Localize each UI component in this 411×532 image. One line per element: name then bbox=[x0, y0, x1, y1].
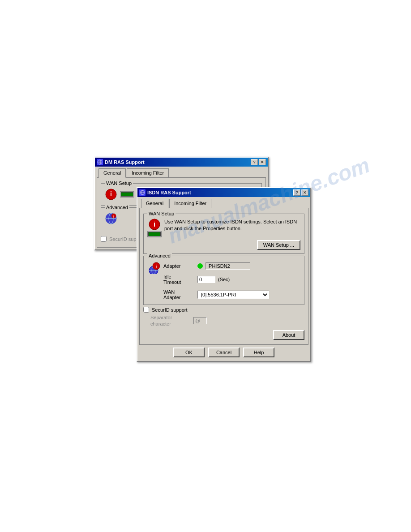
idle-timeout-input[interactable] bbox=[197, 276, 215, 283]
isdn-ras-title-buttons: ? ✕ bbox=[293, 189, 308, 196]
isdn-ras-tab-bar: General Incoming Filter bbox=[139, 199, 308, 208]
wan-adapter-select[interactable]: [0]:5536:1P-PRI bbox=[197, 291, 269, 299]
info-icon-bg: i bbox=[105, 188, 117, 201]
isdn-wan-setup-label: WAN Setup bbox=[147, 211, 176, 216]
isdn-securid-checkbox[interactable] bbox=[143, 307, 149, 313]
bottom-divider bbox=[13, 457, 398, 457]
idle-timeout-label: IdleTimeout bbox=[163, 274, 195, 285]
isdn-ras-content: General Incoming Filter WAN Setup i bbox=[137, 197, 310, 361]
separator-label: Separator character bbox=[150, 314, 191, 327]
adapter-input[interactable] bbox=[206, 262, 250, 270]
isdn-advanced-label: Advanced bbox=[147, 253, 172, 258]
isdn-ras-titlebar[interactable]: ISDN RAS Support ? ✕ bbox=[137, 188, 310, 197]
ok-button[interactable]: OK bbox=[173, 348, 205, 357]
isdn-ras-help-btn[interactable]: ? bbox=[293, 189, 300, 196]
svg-text:i: i bbox=[156, 264, 157, 269]
isdn-wan-setup-group: WAN Setup i bbox=[143, 214, 304, 254]
dm-ras-close-btn[interactable]: ✕ bbox=[259, 159, 266, 165]
idle-timeout-row: IdleTimeout (Sec) bbox=[163, 274, 300, 285]
adapter-row: Adapter bbox=[163, 262, 300, 270]
tab-general-fg[interactable]: General bbox=[141, 199, 168, 208]
svg-text:i: i bbox=[113, 215, 114, 218]
idle-timeout-unit: (Sec) bbox=[218, 277, 230, 282]
separator-input[interactable] bbox=[193, 317, 207, 324]
svg-text:i: i bbox=[110, 190, 112, 197]
isdn-ras-dialog: ISDN RAS Support ? ✕ General Incoming Fi… bbox=[137, 187, 311, 362]
isdn-bottom-buttons: OK Cancel Help bbox=[139, 345, 308, 359]
about-row: About bbox=[143, 329, 304, 341]
svg-rect-23 bbox=[149, 232, 160, 236]
wan-network-icon bbox=[147, 231, 162, 237]
dm-ras-advanced-label: Advanced bbox=[105, 205, 129, 210]
advanced-globe-icon: i bbox=[147, 262, 160, 274]
wan-setup-button[interactable]: WAN Setup ... bbox=[257, 240, 300, 250]
isdn-wan-setup-row: i Use WAN Setup to customize ISDN settin… bbox=[147, 219, 300, 237]
dm-ras-titlebar[interactable]: DM RAS Support ? ✕ bbox=[95, 158, 268, 167]
adapter-status-dot bbox=[197, 263, 203, 269]
dm-ras-help-btn[interactable]: ? bbox=[251, 159, 258, 165]
dm-ras-wan-setup-label: WAN Setup bbox=[105, 180, 133, 186]
isdn-securid-label: SecurID support bbox=[152, 307, 187, 313]
dm-ras-title-text: DM RAS Support bbox=[105, 159, 145, 165]
dm-ras-title-area: DM RAS Support bbox=[97, 159, 145, 165]
svg-text:i: i bbox=[154, 221, 155, 228]
about-button[interactable]: About bbox=[273, 330, 304, 340]
wan-adapter-row: WANAdapter [0]:5536:1P-PRI bbox=[163, 289, 300, 300]
network-icon-bg bbox=[120, 191, 134, 197]
isdn-ras-close-btn[interactable]: ✕ bbox=[301, 189, 308, 196]
wan-adapter-label: WANAdapter bbox=[163, 289, 195, 300]
isdn-ras-icon bbox=[139, 189, 146, 196]
page-background: manualmachine.com DM RAS Support ? ✕ Gen… bbox=[0, 0, 411, 532]
help-button[interactable]: Help bbox=[243, 348, 274, 357]
adapter-label: Adapter bbox=[163, 263, 195, 269]
isdn-advanced-group: Advanced i bbox=[143, 256, 304, 305]
top-divider bbox=[13, 88, 398, 88]
globe-icon-bg: i bbox=[105, 212, 117, 225]
cancel-button[interactable]: Cancel bbox=[208, 348, 240, 357]
dm-ras-title-buttons: ? ✕ bbox=[251, 159, 266, 165]
tab-incoming-filter-fg[interactable]: Incoming Filter bbox=[169, 199, 211, 208]
isdn-wan-text: Use WAN Setup to customize ISDN settings… bbox=[164, 219, 300, 232]
dm-ras-securid-checkbox[interactable] bbox=[101, 236, 107, 242]
isdn-ras-title-text: ISDN RAS Support bbox=[147, 190, 191, 195]
tab-general-bg[interactable]: General bbox=[98, 168, 126, 178]
separator-row: Separator character bbox=[143, 314, 304, 327]
svg-rect-8 bbox=[121, 193, 133, 196]
wan-info-icon: i bbox=[149, 219, 160, 230]
isdn-securid-row: SecurID support bbox=[143, 307, 304, 313]
isdn-ras-title-area: ISDN RAS Support bbox=[139, 189, 191, 196]
dm-ras-icon bbox=[97, 159, 103, 165]
dm-ras-tab-bar: General Incoming Filter bbox=[97, 168, 266, 177]
tab-incoming-filter-bg[interactable]: Incoming Filter bbox=[127, 168, 169, 177]
isdn-ras-tab-content: WAN Setup i bbox=[139, 208, 308, 345]
